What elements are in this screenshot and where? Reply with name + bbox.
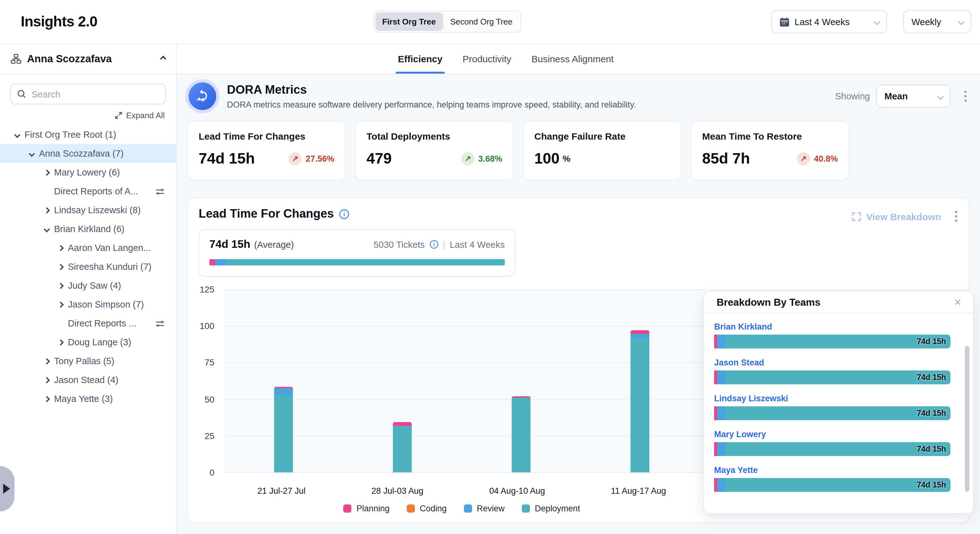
team-row: Lindsay Liszewski 74d 15h xyxy=(714,394,950,420)
tree-item-direct-reports-brian[interactable]: Direct Reports ... xyxy=(0,314,176,333)
team-link[interactable]: Mary Lowery xyxy=(714,430,950,439)
tree-item-first-org-tree-root[interactable]: First Org Tree Root (1) xyxy=(0,125,176,144)
tree-item-direct-reports-anna[interactable]: Direct Reports of A... xyxy=(0,182,176,201)
metric-value: 74d 15h xyxy=(199,150,255,167)
toggle-first-org-tree[interactable]: First Org Tree xyxy=(375,13,443,31)
tree-item-mary-lowery[interactable]: Mary Lowery (6) xyxy=(0,163,176,182)
chevron-right-icon xyxy=(44,377,50,383)
section-menu-kebab-icon[interactable] xyxy=(952,208,960,225)
info-icon[interactable] xyxy=(429,240,439,249)
dora-menu-kebab-icon[interactable] xyxy=(962,88,969,104)
team-link[interactable]: Maya Yette xyxy=(714,465,950,475)
org-tree-toggle: First Org Tree Second Org Tree xyxy=(373,11,522,33)
tree-item-judy-saw[interactable]: Judy Saw (4) xyxy=(0,276,176,295)
panel-body: Brian Kirkland 74d 15h Jason Stead 74d 1… xyxy=(704,313,973,492)
phase-segment-planning xyxy=(714,335,717,349)
filters-icon[interactable] xyxy=(155,187,165,196)
tab-business-alignment[interactable]: Business Alignment xyxy=(531,44,614,73)
trend-up-arrow-icon: ↗ xyxy=(288,152,302,165)
chevron-right-icon xyxy=(57,263,64,270)
tree-item-jason-simpson[interactable]: Jason Simpson (7) xyxy=(0,295,176,314)
team-link[interactable]: Jason Stead xyxy=(714,358,950,367)
search-input[interactable] xyxy=(32,89,145,99)
phase-segment-planning xyxy=(209,259,215,265)
team-link[interactable]: Brian Kirkland xyxy=(714,322,950,332)
team-link[interactable]: Lindsay Liszewski xyxy=(714,394,950,403)
chevron-down-icon xyxy=(874,19,880,24)
trend-badge: ↗40.8% xyxy=(797,152,838,165)
triangle-right-icon xyxy=(3,484,10,494)
trend-up-arrow-icon: ↗ xyxy=(797,152,810,165)
tree-item-anna-scozzafava[interactable]: Anna Scozzafava (7) xyxy=(0,144,176,163)
legend-planning[interactable]: Planning xyxy=(343,504,390,513)
calendar-icon xyxy=(780,17,789,27)
tree-item-aaron-van-langen[interactable]: Aaron Van Langen... xyxy=(0,238,176,257)
tree-item-tony-pallas[interactable]: Tony Pallas (5) xyxy=(0,352,176,370)
date-range-value: Last 4 Weeks xyxy=(795,17,850,27)
filters-icon[interactable] xyxy=(155,319,165,328)
aggregation-select[interactable]: Mean xyxy=(876,85,950,108)
chevron-right-icon xyxy=(57,282,64,289)
chevron-right-icon xyxy=(44,395,50,402)
range-label: Last 4 Weeks xyxy=(450,239,505,249)
legend-review[interactable]: Review xyxy=(464,504,505,513)
view-breakdown-button[interactable]: View Breakdown xyxy=(852,211,941,222)
bar-segment-planning xyxy=(630,330,649,334)
x-tick: 28 Jul-03 Aug xyxy=(372,486,423,496)
average-phase-bar xyxy=(209,259,505,265)
panel-header: Breakdown By Teams ✕ xyxy=(704,292,973,313)
granularity-select[interactable]: Weekly xyxy=(903,10,971,33)
metric-card-change-failure-rate: Change Failure Rate 100 % xyxy=(523,121,681,180)
tree-item-lindsay-liszewski[interactable]: Lindsay Liszewski (8) xyxy=(0,201,176,220)
granularity-value: Weekly xyxy=(912,17,941,27)
dora-title: DORA Metrics xyxy=(227,83,636,97)
tree-item-jason-stead[interactable]: Jason Stead (4) xyxy=(0,370,176,389)
expand-all-button[interactable]: Expand All xyxy=(0,111,165,120)
expand-diagonal-icon xyxy=(114,111,122,120)
chevron-right-icon xyxy=(57,301,64,308)
chevron-down-icon xyxy=(44,226,50,232)
org-sidebar: Anna Scozzafava Expand All xyxy=(0,44,177,534)
team-phase-bar: 74d 15h xyxy=(714,406,950,420)
bar-segment-deployment xyxy=(512,398,531,472)
legend-coding[interactable]: Coding xyxy=(406,504,447,513)
chevron-down-icon xyxy=(937,93,943,99)
sidebar-header: Anna Scozzafava xyxy=(0,44,176,74)
tree-item-maya-yette[interactable]: Maya Yette (3) xyxy=(0,389,176,408)
collapse-chevron-up-icon[interactable] xyxy=(160,56,166,62)
close-icon[interactable]: ✕ xyxy=(951,295,964,309)
team-phase-bar: 74d 15h xyxy=(714,442,950,456)
chart-bar xyxy=(274,387,293,472)
average-value: 74d 15h xyxy=(209,238,250,251)
chevron-right-icon xyxy=(57,339,64,345)
phase-segment-planning xyxy=(714,478,717,492)
average-summary-card: 74d 15h (Average) 5030 Tickets | xyxy=(199,229,515,277)
showing-label: Showing xyxy=(835,91,870,101)
metric-value: 85d 7h xyxy=(702,150,750,167)
breakdown-by-teams-panel: Breakdown By Teams ✕ Brian Kirkland 74d … xyxy=(703,291,974,514)
phase-segment-review xyxy=(717,442,725,456)
chevron-down-icon xyxy=(14,131,21,138)
tree-item-sireesha-kunduri[interactable]: Sireesha Kunduri (7) xyxy=(0,257,176,276)
chart-legend: Planning Coding Review Deployment xyxy=(224,504,699,513)
tab-efficiency[interactable]: Efficiency xyxy=(398,44,442,73)
trend-badge: ↗3.68% xyxy=(461,152,502,165)
org-chart-icon xyxy=(11,53,21,64)
chart-bar xyxy=(512,396,531,472)
legend-deployment[interactable]: Deployment xyxy=(522,504,580,513)
tree-item-brian-kirkland[interactable]: Brian Kirkland (6) xyxy=(0,220,176,238)
toggle-second-org-tree[interactable]: Second Org Tree xyxy=(444,13,520,31)
tickets-count: 5030 Tickets xyxy=(373,239,425,249)
chevron-right-icon xyxy=(44,207,50,213)
bar-segment-deployment xyxy=(393,426,412,472)
team-row: Jason Stead 74d 15h xyxy=(714,358,950,384)
tree-item-doug-lange[interactable]: Doug Lange (3) xyxy=(0,333,176,352)
panel-scrollbar-thumb[interactable] xyxy=(965,346,969,492)
phase-segment-review xyxy=(717,370,725,384)
phase-segment-review xyxy=(717,478,725,492)
info-icon[interactable] xyxy=(339,209,350,219)
tab-productivity[interactable]: Productivity xyxy=(463,44,511,73)
date-range-select[interactable]: Last 4 Weeks xyxy=(771,10,887,33)
trend-up-arrow-icon: ↗ xyxy=(461,152,474,165)
chevron-right-icon xyxy=(57,245,64,251)
